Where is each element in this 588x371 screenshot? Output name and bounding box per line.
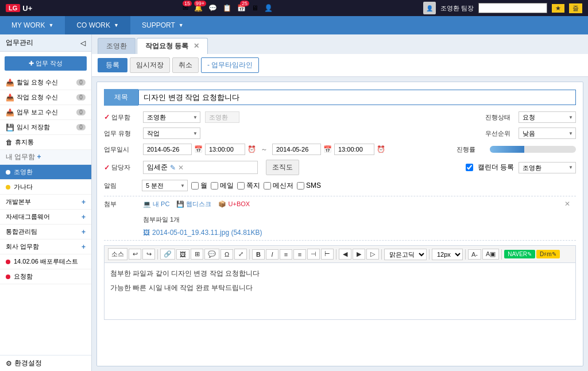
alert-icon-badge[interactable]: 🔔99+ [194,4,203,12]
nextgen-expand-icon[interactable]: + [82,213,86,221]
sidebar-item-ganada[interactable]: 가나다 [0,180,91,195]
clock-end-icon[interactable]: ⏰ [377,145,385,153]
task-select[interactable]: 조영환 [143,111,200,123]
server-icon-badge[interactable]: 🖥 [252,4,258,12]
assignee-label: ✓ 담당자 [104,163,138,172]
ed-special-btn[interactable]: Ω [220,249,233,260]
attach-close-icon[interactable]: ✕ [564,200,570,208]
alarm-messenger-check[interactable]: 메신저 [264,181,293,191]
time-start-input[interactable] [205,144,245,155]
my-work-expand-icon[interactable]: + [37,153,41,161]
ed-bg-color-btn[interactable]: A▣ [482,249,499,260]
sidebar-item-company[interactable]: 회사 업무함 + [0,239,91,254]
task-icon-badge[interactable]: 📋 [223,4,231,12]
ed-align-center-btn[interactable]: ▶ [353,249,365,260]
sidebar-item-temp-save[interactable]: 💾 임시 저장함 0 [0,120,91,135]
calendar-checkbox[interactable] [466,164,473,171]
calendar-icon-badge[interactable]: 📅25 [237,4,246,12]
org-chart-button[interactable]: 조직도 [266,160,299,175]
cal-end-icon[interactable]: 📅 [323,145,332,153]
ed-fullscreen-btn[interactable]: ⤢ [234,249,247,260]
timeline-button[interactable]: - 업무타임라인 [201,57,259,73]
priority-select[interactable]: 낮음 [519,127,576,139]
user-icon-badge[interactable]: 👤 [264,4,273,12]
sidebar-collapse-icon[interactable]: ◁ [80,39,86,47]
font-size-select[interactable]: 12px [432,249,463,260]
chat-icon-badge[interactable]: 💬 [208,4,217,12]
menu-cowork[interactable]: CO WORK ▼ [65,16,130,34]
ed-redo-btn[interactable]: ↪ [142,249,155,260]
clock-start-icon[interactable]: ⏰ [247,145,256,153]
logo-text: U+ [22,4,32,13]
star-button[interactable]: ★ [552,4,564,13]
sidebar-item-report[interactable]: 📥 업무 보고 수신 0 [0,105,91,120]
sidebar-item-inbox-task[interactable]: 📥 할일 요청 수신 0 [0,75,91,90]
assignee-calendar-row: ✓ 담당자 임세준 ✎ ✕ 조직도 캘린더 등록 조영환 [104,160,576,175]
ed-align-left-btn[interactable]: ◀ [339,249,351,260]
daum-spell-btn[interactable]: D♯m✎ [536,250,560,258]
ed-ol-btn[interactable]: ≡ [280,249,292,260]
attach-ubox-icon[interactable]: 📦 U+BOX [218,200,250,208]
ed-font-color-btn[interactable]: A- [468,249,481,260]
sidebar-item-request[interactable]: 요청함 [0,269,91,284]
sidebar-item-deploy-test[interactable]: 14.02.06 배포루테스트 [0,254,91,269]
sidebar-item-nextgen[interactable]: 자세대그룹웨어 + [0,210,91,225]
ed-table-btn[interactable]: ⊞ [191,249,203,260]
tab-joyounghwan[interactable]: 조영환 [98,38,136,54]
sidebar-item-integrated[interactable]: 통합관리팀 + [0,225,91,239]
ed-align-right-btn[interactable]: ▷ [366,249,379,260]
assignee-edit-icon[interactable]: ✎ [170,164,176,172]
calendar-select[interactable]: 조영환 [519,162,576,173]
ed-image-btn[interactable]: 🖼 [176,249,189,260]
attach-pc-icon[interactable]: 💻 내 PC [143,200,169,208]
ed-ul-btn[interactable]: ≡ [293,249,306,260]
naver-spell-btn[interactable]: NAVER✎ [504,250,535,258]
menu-mywork[interactable]: MY WORK ▼ [0,16,65,34]
ed-link-btn[interactable]: 🔗 [160,249,175,260]
my-dot-1 [6,170,10,175]
ed-undo-btn[interactable]: ↩ [129,249,141,260]
menu-support[interactable]: SUPPORT ▼ [130,16,195,34]
alarm-monthly-check[interactable]: 월 [191,181,207,191]
new-task-button[interactable]: ✚ 업무 작성 [5,56,87,71]
cal-start-icon[interactable]: 📅 [194,145,203,153]
mail-icon-badge[interactable]: ✉15 [183,4,188,12]
sidebar-item-devhq[interactable]: 개발본부 + [0,195,91,210]
ed-sep7 [501,249,502,260]
editor-body[interactable]: 첨부한 파일과 같이 디자인 변경 작업 요청합니다 가능한 빠른 시일 내에 … [104,262,576,320]
temp-save-button[interactable]: 임시저장 [130,57,170,73]
ed-italic-btn[interactable]: I [266,249,278,260]
sidebar-item-work-request[interactable]: 📥 작업 요청 수신 0 [0,90,91,105]
alarm-mail-check[interactable]: 메일 [211,181,234,191]
integrated-expand-icon[interactable]: + [82,228,86,236]
sidebar-label-report: 업무 보고 수신 [17,108,74,117]
title-input[interactable] [138,90,576,105]
type-select[interactable]: 작업 [143,127,200,139]
date-start-input[interactable] [143,144,192,155]
font-family-select[interactable]: 맑은고딕 [384,249,427,260]
ed-source-btn[interactable]: 소스 [108,248,127,260]
ed-indent-btn[interactable]: ⊣ [307,249,320,260]
alarm-note-check[interactable]: 쪽지 [237,181,260,191]
tab-task-register[interactable]: 작업요청 등록 ✕ [137,38,208,54]
tab-close-icon[interactable]: ✕ [194,42,199,50]
company-expand-icon[interactable]: + [82,243,86,251]
devhq-expand-icon[interactable]: + [82,198,86,206]
date-end-input[interactable] [272,144,321,155]
alarm-sms-check[interactable]: SMS [297,181,321,190]
ed-outdent-btn[interactable]: ⊢ [321,249,334,260]
sidebar-item-joyounghwan[interactable]: 조영환 [0,165,91,180]
env-settings-item[interactable]: ⚙ 환경설정 [0,355,91,371]
ed-bold-btn[interactable]: B [252,249,265,260]
status-select[interactable]: 요청 [519,111,576,123]
attach-webdisk-icon[interactable]: 💾 웹디스크 [176,200,211,208]
ed-speech-btn[interactable]: 💬 [204,249,219,260]
top-search-input[interactable] [478,3,547,13]
sidebar-item-trash[interactable]: 🗑 휴지통 [0,135,91,150]
assignee-remove-icon[interactable]: ✕ [178,164,184,172]
alarm-select[interactable]: 5 분전 [142,180,188,191]
extra-button[interactable]: 즐 [569,3,582,13]
register-button[interactable]: 등록 [98,58,127,72]
cancel-button[interactable]: 취소 [172,57,199,73]
time-end-input[interactable] [334,144,374,155]
